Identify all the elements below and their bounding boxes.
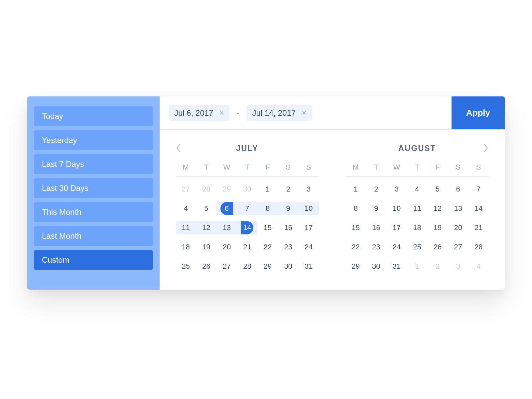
calendar-day[interactable]: 8 xyxy=(345,202,366,215)
calendar-day[interactable]: 1 xyxy=(407,260,428,273)
calendar-day[interactable]: 1 xyxy=(257,183,278,196)
start-date-chip[interactable]: Jul 6, 2017 ✕ xyxy=(169,105,229,121)
preset-last-30-days[interactable]: Last 30 Days xyxy=(34,178,153,198)
calendar-day[interactable]: 29 xyxy=(257,260,278,273)
calendar-day[interactable]: 2 xyxy=(427,260,448,273)
calendar-day[interactable]: 8 xyxy=(257,202,278,215)
calendar-day-number: 25 xyxy=(182,262,190,271)
preset-last-month[interactable]: Last Month xyxy=(34,226,153,246)
calendar-day[interactable]: 29 xyxy=(216,183,237,196)
calendar-day[interactable]: 28 xyxy=(196,183,217,196)
calendar-day[interactable]: 14 xyxy=(468,202,489,215)
clear-end-icon[interactable]: ✕ xyxy=(302,109,307,117)
calendar-day[interactable]: 23 xyxy=(278,240,299,254)
calendar-day[interactable]: 29 xyxy=(345,260,366,273)
end-date-chip[interactable]: Jul 14, 2017 ✕ xyxy=(247,105,312,121)
calendar-day-number: 22 xyxy=(352,243,360,251)
calendar-day-number: 4 xyxy=(476,262,480,271)
calendar-day[interactable]: 21 xyxy=(237,240,258,254)
calendar-day[interactable]: 7 xyxy=(468,183,489,196)
weekday-label: T xyxy=(407,163,428,172)
calendar-day[interactable]: 4 xyxy=(407,183,428,196)
calendar-day[interactable]: 14 xyxy=(237,221,258,234)
calendar-day[interactable]: 16 xyxy=(366,221,387,234)
calendar-day[interactable]: 18 xyxy=(176,240,196,254)
calendar-day[interactable]: 28 xyxy=(468,240,489,254)
clear-start-icon[interactable]: ✕ xyxy=(219,109,224,117)
calendar-day[interactable]: 3 xyxy=(386,183,407,196)
calendar-day[interactable]: 11 xyxy=(176,221,196,234)
calendar-day-number: 23 xyxy=(372,243,380,251)
calendar-day[interactable]: 6 xyxy=(216,202,237,215)
calendar-day-number: 20 xyxy=(223,243,231,251)
calendar-day[interactable]: 5 xyxy=(196,202,217,215)
calendar-day[interactable]: 23 xyxy=(366,240,387,254)
calendar-day[interactable]: 24 xyxy=(386,240,407,254)
calendar-day[interactable]: 11 xyxy=(407,202,428,215)
calendar-day[interactable]: 18 xyxy=(407,221,428,234)
calendar-day[interactable]: 9 xyxy=(366,202,387,215)
calendar-day[interactable]: 19 xyxy=(196,240,217,254)
calendar-day-number: 24 xyxy=(393,243,401,251)
calendar-day[interactable]: 3 xyxy=(448,260,468,273)
calendar-day-number: 19 xyxy=(434,223,442,232)
calendar-day-number: 2 xyxy=(286,185,290,194)
calendar-day[interactable]: 25 xyxy=(407,240,428,254)
calendar-day[interactable]: 2 xyxy=(278,183,299,196)
preset-last-7-days[interactable]: Last 7 Days xyxy=(34,154,153,174)
calendar-day-number: 9 xyxy=(374,204,378,213)
calendar-day[interactable]: 22 xyxy=(345,240,366,254)
calendar-day[interactable]: 27 xyxy=(216,260,237,273)
calendar-day[interactable]: 31 xyxy=(386,260,407,273)
calendar-day[interactable]: 9 xyxy=(278,202,299,215)
calendar-day[interactable]: 2 xyxy=(366,183,387,196)
calendar-day[interactable]: 26 xyxy=(427,240,448,254)
calendar-day[interactable]: 7 xyxy=(237,202,258,215)
calendar-day[interactable]: 17 xyxy=(386,221,407,234)
calendar-day-number: 29 xyxy=(223,185,231,194)
calendar-day[interactable]: 10 xyxy=(298,202,319,215)
calendar-day[interactable]: 20 xyxy=(216,240,237,254)
calendar-day[interactable]: 16 xyxy=(278,221,299,234)
calendar-day[interactable]: 17 xyxy=(298,221,319,234)
calendar-day-number: 30 xyxy=(372,262,380,271)
calendar-day-number: 20 xyxy=(454,223,462,232)
calendar-day[interactable]: 30 xyxy=(278,260,299,273)
calendar-day[interactable]: 22 xyxy=(257,240,278,254)
prev-month-icon[interactable] xyxy=(176,143,182,154)
calendar-day[interactable]: 10 xyxy=(386,202,407,215)
calendar-day[interactable]: 1 xyxy=(345,183,366,196)
preset-today[interactable]: Today xyxy=(34,106,153,126)
calendar-day[interactable]: 26 xyxy=(196,260,217,273)
calendar-day[interactable]: 20 xyxy=(448,221,468,234)
calendar-day[interactable]: 12 xyxy=(427,202,448,215)
next-month-icon[interactable] xyxy=(483,143,489,154)
calendar-day[interactable]: 28 xyxy=(237,260,258,273)
preset-custom[interactable]: Custom xyxy=(34,250,153,270)
weekday-label: T xyxy=(237,163,258,172)
calendar-day[interactable]: 6 xyxy=(448,183,468,196)
calendar-day[interactable]: 4 xyxy=(176,202,196,215)
calendar-day[interactable]: 3 xyxy=(298,183,319,196)
calendar-day[interactable]: 4 xyxy=(468,260,489,273)
calendar-day[interactable]: 5 xyxy=(427,183,448,196)
weekday-label: F xyxy=(427,163,448,172)
calendar-day[interactable]: 30 xyxy=(237,183,258,196)
calendar-day[interactable]: 27 xyxy=(448,240,468,254)
calendar-day[interactable]: 13 xyxy=(448,202,468,215)
calendar-day[interactable]: 31 xyxy=(298,260,319,273)
calendar-day[interactable]: 19 xyxy=(427,221,448,234)
preset-yesterday[interactable]: Yesterday xyxy=(34,130,153,150)
calendar-day[interactable]: 15 xyxy=(345,221,366,234)
calendar-day[interactable]: 21 xyxy=(468,221,489,234)
calendar-day[interactable]: 12 xyxy=(196,221,217,234)
calendar-day[interactable]: 27 xyxy=(176,183,196,196)
calendar-day-number: 31 xyxy=(393,262,401,271)
calendar-day[interactable]: 30 xyxy=(366,260,387,273)
calendar-day[interactable]: 24 xyxy=(298,240,319,254)
preset-this-month[interactable]: This Month xyxy=(34,202,153,222)
calendar-day[interactable]: 15 xyxy=(257,221,278,234)
calendar-day[interactable]: 13 xyxy=(216,221,237,234)
calendar-day[interactable]: 25 xyxy=(176,260,196,273)
apply-button[interactable]: Apply xyxy=(452,96,505,129)
